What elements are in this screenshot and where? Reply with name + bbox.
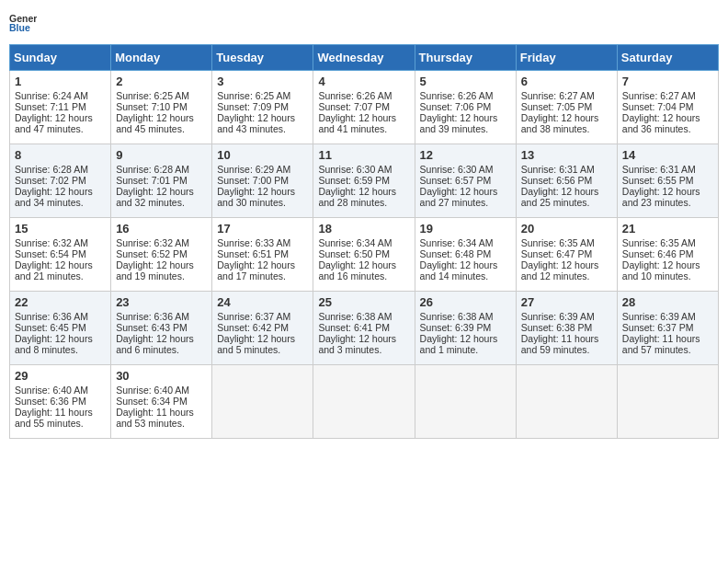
day-info: and 28 minutes. [318,197,409,208]
day-info: Daylight: 12 hours [116,112,207,123]
calendar-cell: 1Sunrise: 6:24 AMSunset: 7:11 PMDaylight… [10,71,111,144]
calendar-cell: 12Sunrise: 6:30 AMSunset: 6:57 PMDayligh… [415,144,516,218]
day-info: Sunset: 6:41 PM [318,322,409,333]
day-info: and 47 minutes. [15,123,106,134]
day-number: 4 [318,75,409,88]
calendar-cell: 20Sunrise: 6:35 AMSunset: 6:47 PMDayligh… [516,218,617,292]
day-info: Daylight: 12 hours [521,186,612,197]
day-number: 13 [521,148,612,162]
day-number: 26 [420,295,511,309]
week-row-5: 29Sunrise: 6:40 AMSunset: 6:36 PMDayligh… [10,365,719,439]
day-info: Daylight: 12 hours [318,333,409,344]
day-info: Sunset: 7:06 PM [420,101,511,112]
calendar-cell: 5Sunrise: 6:26 AMSunset: 7:06 PMDaylight… [415,71,516,144]
day-info: and 55 minutes. [15,418,106,429]
day-info: Daylight: 11 hours [15,407,106,418]
calendar-cell: 4Sunrise: 6:26 AMSunset: 7:07 PMDaylight… [313,71,415,144]
day-number: 7 [622,75,713,88]
day-info: Sunrise: 6:29 AM [217,164,308,175]
day-info: Daylight: 12 hours [217,186,308,197]
day-info: Sunset: 7:09 PM [217,101,308,112]
day-info: Sunrise: 6:38 AM [318,311,409,322]
day-number: 30 [116,369,207,383]
calendar-cell: 8Sunrise: 6:28 AMSunset: 7:02 PMDaylight… [10,144,111,218]
day-info: and 12 minutes. [521,270,612,282]
calendar-cell: 11Sunrise: 6:30 AMSunset: 6:59 PMDayligh… [313,144,415,218]
day-info: Sunset: 7:01 PM [116,175,207,186]
calendar-cell: 27Sunrise: 6:39 AMSunset: 6:38 PMDayligh… [516,292,617,365]
day-info: and 25 minutes. [521,197,612,208]
day-info: and 17 minutes. [217,270,308,282]
day-info: and 38 minutes. [521,123,612,134]
day-info: Sunrise: 6:40 AM [116,385,207,396]
day-info: Sunset: 6:55 PM [622,175,713,186]
day-number: 3 [217,75,308,88]
week-row-1: 1Sunrise: 6:24 AMSunset: 7:11 PMDaylight… [10,71,719,144]
header-row: SundayMondayTuesdayWednesdayThursdayFrid… [10,45,719,71]
day-number: 24 [217,295,308,309]
day-number: 18 [318,222,409,236]
day-info: Sunrise: 6:25 AM [217,90,308,101]
day-info: Sunrise: 6:39 AM [521,311,612,322]
day-info: and 23 minutes. [622,197,713,208]
col-header-sunday: Sunday [10,45,111,71]
day-number: 2 [116,75,207,88]
calendar-cell: 25Sunrise: 6:38 AMSunset: 6:41 PMDayligh… [313,292,415,365]
day-info: Daylight: 12 hours [217,112,308,123]
day-number: 16 [116,222,207,236]
calendar-cell: 26Sunrise: 6:38 AMSunset: 6:39 PMDayligh… [415,292,516,365]
day-info: Sunrise: 6:31 AM [622,164,713,175]
day-info: Daylight: 12 hours [15,186,106,197]
day-info: Sunset: 7:10 PM [116,101,207,112]
day-info: Daylight: 12 hours [420,259,511,270]
day-info: Sunset: 6:42 PM [217,322,308,333]
day-info: Sunrise: 6:27 AM [622,90,713,101]
day-info: Sunrise: 6:24 AM [15,90,106,101]
day-number: 21 [622,222,713,236]
calendar-cell: 28Sunrise: 6:39 AMSunset: 6:37 PMDayligh… [617,292,718,365]
day-info: Daylight: 12 hours [420,186,511,197]
day-info: Sunrise: 6:30 AM [420,164,511,175]
day-info: Sunrise: 6:35 AM [521,237,612,248]
day-info: and 1 minute. [420,344,511,355]
day-info: Sunset: 7:04 PM [622,101,713,112]
calendar-cell: 30Sunrise: 6:40 AMSunset: 6:34 PMDayligh… [111,365,212,439]
day-info: Daylight: 12 hours [521,259,612,270]
calendar-cell [313,365,415,439]
day-info: Daylight: 12 hours [622,186,713,197]
week-row-3: 15Sunrise: 6:32 AMSunset: 6:54 PMDayligh… [10,218,719,292]
day-info: Daylight: 12 hours [420,112,511,123]
calendar-cell: 17Sunrise: 6:33 AMSunset: 6:51 PMDayligh… [212,218,313,292]
day-info: and 27 minutes. [420,197,511,208]
calendar-cell: 9Sunrise: 6:28 AMSunset: 7:01 PMDaylight… [111,144,212,218]
col-header-thursday: Thursday [415,45,516,71]
calendar-cell [516,365,617,439]
calendar-cell: 29Sunrise: 6:40 AMSunset: 6:36 PMDayligh… [10,365,111,439]
day-info: Sunset: 7:02 PM [15,175,106,186]
calendar-cell: 2Sunrise: 6:25 AMSunset: 7:10 PMDaylight… [111,71,212,144]
day-info: Daylight: 12 hours [622,112,713,123]
day-info: Daylight: 12 hours [622,259,713,270]
day-info: Daylight: 12 hours [15,259,106,270]
day-info: Sunset: 6:37 PM [622,322,713,333]
calendar-cell: 13Sunrise: 6:31 AMSunset: 6:56 PMDayligh… [516,144,617,218]
day-info: Sunset: 6:51 PM [217,248,308,259]
col-header-tuesday: Tuesday [212,45,313,71]
day-info: Daylight: 12 hours [116,259,207,270]
day-info: Daylight: 12 hours [217,259,308,270]
day-info: and 59 minutes. [521,344,612,355]
day-info: Sunset: 6:36 PM [15,396,106,407]
day-info: Sunrise: 6:28 AM [15,164,106,175]
day-info: Sunrise: 6:33 AM [217,237,308,248]
day-info: Sunrise: 6:36 AM [15,311,106,322]
day-number: 1 [15,75,106,88]
day-info: Daylight: 12 hours [116,186,207,197]
day-info: Sunset: 6:54 PM [15,248,106,259]
day-info: Sunrise: 6:40 AM [15,385,106,396]
day-info: and 16 minutes. [318,270,409,282]
week-row-4: 22Sunrise: 6:36 AMSunset: 6:45 PMDayligh… [10,292,719,365]
day-info: Sunset: 7:11 PM [15,101,106,112]
day-info: Sunrise: 6:27 AM [521,90,612,101]
day-info: Daylight: 12 hours [318,186,409,197]
day-info: and 34 minutes. [15,197,106,208]
